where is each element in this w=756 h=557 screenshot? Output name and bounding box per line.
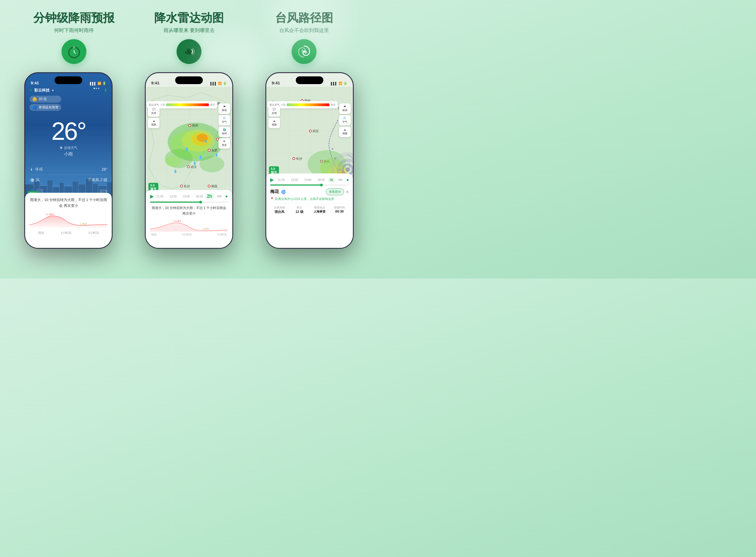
svg-text:合肥: 合肥 (211, 149, 217, 152)
p3-legend-gradient (287, 104, 330, 106)
svg-text:💧: 💧 (193, 161, 197, 165)
svg-text:💧: 💧 (215, 153, 219, 157)
more-control[interactable]: ⊞ 更多 (219, 138, 230, 149)
rainfall-control-icon: 🌧 (223, 105, 226, 108)
phone3-wrapper: 9:41 ▌▌▌ 📶 🔋 (252, 72, 367, 249)
earth-control[interactable]: 🌍 地球 (219, 126, 230, 137)
aqi-value: 20 优 (39, 97, 47, 101)
phone2-bottom: ▶ 21:00 22:00 23:00 00:00 2h 48h ● (146, 190, 232, 248)
p2-forecast-text: 雨渐大，10 分钟后转为大雨，不过 1 个小时后雨会 再次变小 (150, 205, 228, 216)
weather-description: 小雨 (25, 151, 112, 157)
phone3-left-controls: 💬 反馈 ☁ 视频 (269, 106, 280, 128)
wifi-icon-2: 📶 (218, 82, 222, 85)
p2-plate-num: 5.0 (150, 184, 155, 187)
phone2-wrapper: 9:41 ▌▌▌ 📶 🔋 (132, 72, 247, 249)
typhoon-force-col: 风力 12 级 (290, 206, 309, 214)
typhoon-time-col: 登陆时间 00:30 (330, 206, 349, 214)
phone1-screen: 9:41 ▌▌▌ 📶 🔋 + 彩云科技 ▼ (25, 73, 112, 248)
feedback-label: 反馈 (151, 111, 156, 115)
p3-tab-48h[interactable]: 48h (337, 178, 344, 182)
signal-icon-2: ▌▌▌ (211, 82, 217, 85)
level-label: 台风等级 (270, 206, 289, 210)
p3-legend-min: 小雨 (281, 103, 286, 107)
phone2-left-controls: 💬 反馈 ☁ 视频 (148, 106, 160, 128)
svg-point-90 (332, 148, 333, 150)
progress-thumb (199, 201, 202, 204)
p3-air-control[interactable]: 💨 空气 (339, 115, 351, 125)
svg-rect-7 (185, 51, 188, 54)
svg-text:26.2毫米: 26.2毫米 (46, 213, 54, 216)
phone1-badges: 😊 20 优 🔵 寒潮蓝色预警 (30, 96, 61, 111)
phone1-forecast: 雨渐大，10 分钟后转为大雨，不过 1 个小时后雨会 再次变小 (25, 193, 112, 248)
p3-cloud-btn[interactable]: ☁ 视频 (269, 118, 280, 128)
share-icon[interactable]: ⬆ (104, 88, 107, 93)
svg-point-5 (73, 46, 75, 48)
p3-cloud-icon: ☁ (273, 119, 275, 122)
svg-marker-6 (187, 48, 191, 55)
rainfall-control-label: 降雨 (222, 109, 227, 112)
phone3-status-icons: ▌▌▌ 📶 🔋 (331, 82, 347, 85)
p3-rainfall-icon: 🌧 (343, 105, 346, 108)
dot-3 (98, 88, 99, 89)
time-now: 现在 (38, 231, 44, 235)
p3-legend-max: 暴雨 (331, 103, 336, 107)
add-icon[interactable]: + (30, 87, 33, 93)
time-21: 21:00 (157, 195, 163, 198)
p3-plate-num: 5.0 (271, 167, 275, 170)
close-typhoon-btn[interactable]: ✕ (346, 190, 349, 194)
dynamic-island-1 (55, 77, 82, 84)
air-control-label: 空气 (222, 120, 227, 124)
earth-control-icon: 🌍 (223, 128, 226, 131)
tab-2h[interactable]: 2h (205, 193, 214, 199)
legend-max: 暴雨 (210, 103, 215, 107)
air-control[interactable]: 💨 空气 (219, 115, 230, 125)
feature-rainfall-icon-wrap (61, 39, 86, 64)
p3-tab-2h[interactable]: 2h (329, 178, 335, 182)
p3-air-icon: 💨 (343, 117, 346, 119)
feedback-link[interactable]: ▶ 反馈天气 (25, 146, 112, 150)
typhoon-force-val: 12 级 (290, 210, 309, 214)
p3-feedback-btn[interactable]: 💬 反馈 (269, 106, 280, 117)
feedback-btn[interactable]: 💬 反馈 (148, 106, 160, 117)
p3-time-22: 22:00 (291, 178, 298, 181)
svg-text:郑州: 郑州 (192, 124, 198, 127)
phone2-status-icons: ▌▌▌ 📶 🔋 (211, 82, 227, 85)
phone2: 9:41 ▌▌▌ 📶 🔋 (145, 72, 233, 249)
aqi-badge: 😊 20 优 (30, 96, 61, 102)
typhoon-distance: 📍 距离台风中心1315 公里，台风不会影响这里 (270, 197, 349, 201)
view-path-btn[interactable]: 查看路径 (326, 188, 344, 195)
svg-point-77 (309, 130, 311, 132)
svg-text:💧: 💧 (198, 155, 203, 160)
svg-text:26.2毫米: 26.2毫米 (173, 220, 181, 222)
location-arrow-icon: ▼ (51, 89, 55, 92)
p2-time-2h: 2小时后 (217, 233, 227, 237)
tab-48h[interactable]: 48h (216, 195, 223, 199)
phone3-controls: 🌧 降雨 💨 空气 ☁ 视频 (339, 104, 351, 137)
location-pin-icon: 📍 (270, 197, 274, 201)
svg-text:武汉: 武汉 (313, 129, 319, 133)
dynamic-island-3 (296, 77, 324, 84)
time-22: 22:00 (170, 195, 176, 198)
p3-play-button[interactable]: ▶ (270, 177, 274, 183)
p3-time-23: 23:00 (304, 178, 311, 181)
p3-rainfall-control[interactable]: 🌧 降雨 (339, 104, 351, 114)
rainfall-control[interactable]: 🌧 降雨 (219, 104, 230, 114)
svg-point-53 (187, 166, 190, 168)
svg-text:💧: 💧 (173, 169, 177, 173)
phone3-time: 9:41 (272, 81, 280, 85)
dot-1 (93, 88, 95, 89)
phone3-bottom: ▶ 21:00 22:00 23:00 00:00 2h 48h ● (266, 173, 353, 248)
phone2-map[interactable]: 济南 郑州 合肥 南京 武汉 (146, 87, 232, 205)
phone1-wrapper: 9:41 ▌▌▌ 📶 🔋 + 彩云科技 ▼ (11, 72, 126, 249)
feels-like-row: 🌡 体感 28° (30, 164, 107, 175)
video-icon: ☁ (152, 119, 155, 122)
svg-text:💧: 💧 (204, 139, 208, 143)
play-button[interactable]: ▶ (150, 193, 154, 199)
typhoon-city-col: 登陆地点 上海奉贤 (310, 206, 329, 214)
p3-video-control[interactable]: ☁ 视频 (339, 126, 351, 137)
time-00: 00:00 (196, 195, 203, 198)
time-1h: 1小时后 (61, 231, 72, 235)
wifi-icon-3: 📶 (339, 82, 342, 85)
video-btn[interactable]: ☁ 视频 (148, 118, 160, 128)
wifi-icon: 📶 (97, 82, 101, 85)
